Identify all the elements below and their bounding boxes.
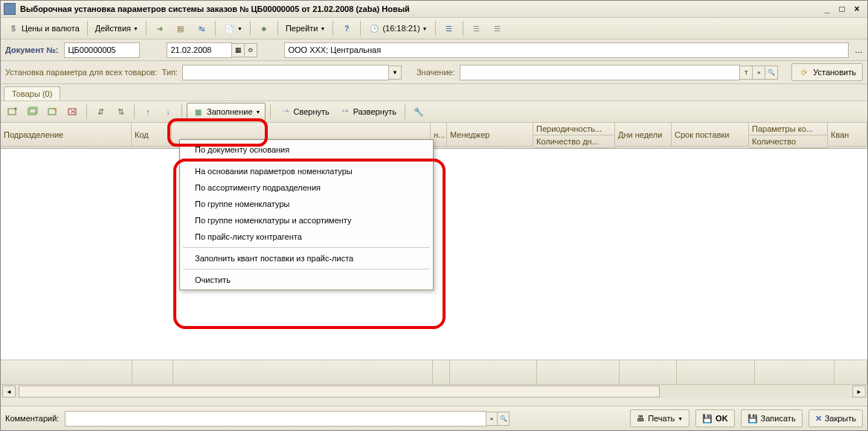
org-input[interactable] xyxy=(284,42,849,58)
close-label: Закрыть xyxy=(825,414,856,423)
menu-item-fill-quant[interactable]: Заполнить квант поставки из прайс-листа xyxy=(180,250,433,266)
arrow-right-icon: ➜ xyxy=(154,22,166,34)
type-label: Тип: xyxy=(162,68,178,77)
move-down-button[interactable]: ↓ xyxy=(159,103,177,121)
wrench-icon: 🔧 xyxy=(414,107,424,117)
tab-products[interactable]: Товары (0) xyxy=(4,86,60,100)
col-manager[interactable]: Менеджер xyxy=(447,123,533,147)
print-button[interactable]: 🖶 Печать ▼ xyxy=(630,409,689,427)
scroll-right-icon[interactable]: ► xyxy=(852,386,866,398)
search-icon[interactable]: 🔍 xyxy=(498,412,509,426)
add-row-button[interactable] xyxy=(4,103,22,121)
movements-button[interactable]: ↹ xyxy=(192,19,211,37)
type-combo[interactable] xyxy=(182,65,389,80)
help-icon: ? xyxy=(341,22,353,34)
col-pod[interactable]: Подразделение xyxy=(1,123,132,147)
post-button[interactable]: ➜ xyxy=(150,19,170,37)
value-label: Значение: xyxy=(417,68,455,77)
close-button[interactable]: × xyxy=(849,4,864,14)
menu-item-by-doc[interactable]: По документу основания xyxy=(180,141,433,158)
db-button-3[interactable]: ☰ xyxy=(488,19,507,37)
db-button-2[interactable]: ☰ xyxy=(467,19,486,37)
fill-dropdown: По документу основания На основании пара… xyxy=(179,139,434,290)
menu-item-by-assort[interactable]: По ассортименту подразделения xyxy=(180,179,433,196)
svg-rect-0 xyxy=(8,109,16,115)
tree-icon: ♣ xyxy=(258,22,270,34)
actions-button[interactable]: Действия ▼ xyxy=(91,19,142,37)
db-button-1[interactable]: ☰ xyxy=(440,19,459,37)
svg-rect-4 xyxy=(68,109,76,115)
close-button[interactable]: ✕ Закрыть xyxy=(808,409,863,427)
menu-item-clear[interactable]: Очистить xyxy=(180,272,433,288)
expand-label: Развернуть xyxy=(353,107,396,116)
col-days[interactable]: Дни недели xyxy=(615,123,672,147)
select-button[interactable]: 🔍 xyxy=(765,66,778,80)
doc-num-input[interactable] xyxy=(64,42,140,58)
menu-item-by-pricelist[interactable]: По прайс-листу контрагента xyxy=(180,229,433,245)
go-label: Перейти xyxy=(286,24,318,33)
scroll-left-icon[interactable]: ◄ xyxy=(2,386,16,398)
help-button[interactable]: ? xyxy=(337,19,356,37)
ellipsis-button[interactable]: … xyxy=(855,45,863,54)
delete-row-button[interactable] xyxy=(64,103,82,121)
tree-button-1[interactable]: ⇵ xyxy=(91,103,109,121)
based-on-button[interactable]: 📄▼ xyxy=(219,19,246,37)
scroll-icon: ▤ xyxy=(175,22,187,34)
tree-button-2[interactable]: ⇅ xyxy=(112,103,129,121)
main-toolbar: $ Цены и валюта Действия ▼ ➜ ▤ ↹ 📄▼ ♣ Пе… xyxy=(1,18,867,39)
value-input[interactable] xyxy=(460,65,741,80)
edit-row-button[interactable] xyxy=(44,103,62,121)
menu-item-by-group[interactable]: По группе номенклатуры xyxy=(180,196,433,212)
col-kvant[interactable]: Кван xyxy=(828,123,867,147)
col-param2: Количество xyxy=(749,135,827,147)
clear-button[interactable]: × xyxy=(486,412,498,426)
grid: Подразделение Код н... Менеджер Периодич… xyxy=(1,123,867,398)
install-label: Установить xyxy=(813,68,856,77)
fill-button[interactable]: ▦ Заполнение ▼ xyxy=(187,103,266,121)
param-row: Установка параметра для всех товаров: Ти… xyxy=(1,61,867,84)
go-button[interactable]: Перейти ▼ xyxy=(282,19,329,37)
comment-input[interactable] xyxy=(65,411,486,427)
t-button[interactable]: T xyxy=(740,66,753,80)
expand-button[interactable]: ⁺ᴬ Развернуть xyxy=(335,103,400,121)
col-srok[interactable]: Срок поставки xyxy=(672,123,749,147)
move-up-button[interactable]: ↑ xyxy=(139,103,157,121)
menu-item-by-params[interactable]: На основании параметров номенклатуры xyxy=(180,163,433,179)
maximize-button[interactable]: □ xyxy=(835,4,849,14)
settings-button[interactable]: 🔧 xyxy=(410,103,428,121)
scroll-thumb[interactable] xyxy=(19,386,660,398)
date-spinner[interactable]: ≎ xyxy=(245,43,257,57)
col-kod[interactable]: Код xyxy=(132,123,172,147)
col-period[interactable]: Периодичность... Количество дн... xyxy=(533,123,615,148)
clear-button[interactable]: × xyxy=(753,66,765,80)
document-row: Документ №: ▦ ≎ … xyxy=(1,39,867,61)
col-period2: Количество дн... xyxy=(533,135,614,147)
copy-row-button[interactable] xyxy=(24,103,42,121)
doc-date-input[interactable] xyxy=(167,42,232,58)
col-param[interactable]: Параметры ко... Количество xyxy=(749,123,828,148)
install-button[interactable]: ⟳ Установить xyxy=(791,63,863,81)
menu-item-by-group-assort[interactable]: По группе номенклатуры и ассортименту xyxy=(180,212,433,229)
comment-label: Комментарий: xyxy=(5,414,59,423)
ok-button[interactable]: 💾 OK xyxy=(695,409,735,427)
clock-button[interactable]: 🕒 (16:18:21) ▼ xyxy=(364,19,431,37)
collapse-button[interactable]: ⁻ᴬ Свернуть xyxy=(275,103,332,121)
grid-body[interactable] xyxy=(1,149,867,360)
calendar-icon[interactable]: ▦ xyxy=(232,43,245,57)
minimize-button[interactable]: _ xyxy=(820,4,835,14)
save-button[interactable]: 💾 Записать xyxy=(741,409,803,427)
close-icon: ✕ xyxy=(815,414,822,424)
chevron-down-icon: ▼ xyxy=(133,26,138,31)
chevron-down-icon: ▼ xyxy=(678,416,683,421)
post-close-button[interactable]: ▤ xyxy=(171,19,190,37)
prices-button[interactable]: $ Цены и валюта xyxy=(4,19,83,37)
app-icon xyxy=(4,3,16,15)
refresh-icon: ⟳ xyxy=(798,66,810,78)
chevron-down-icon[interactable]: ▼ xyxy=(389,66,402,80)
list-icon: ☰ xyxy=(471,22,483,34)
structure-button[interactable]: ♣ xyxy=(254,19,274,37)
chevron-down-icon: ▼ xyxy=(256,109,261,115)
horizontal-scrollbar[interactable]: ◄ ► xyxy=(1,384,867,398)
save-label: Записать xyxy=(761,414,796,423)
chevron-down-icon: ▼ xyxy=(320,26,325,31)
